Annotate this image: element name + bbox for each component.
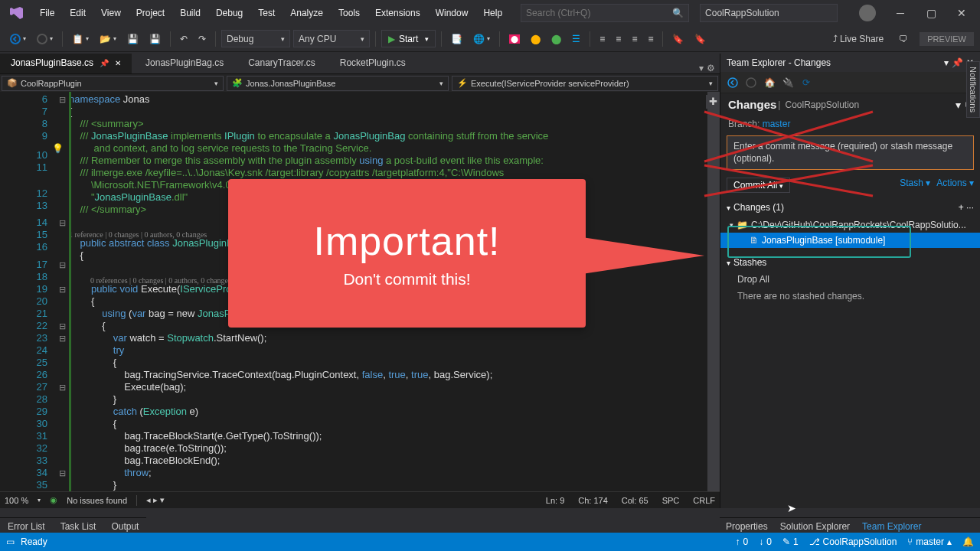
te-plug-icon[interactable]: 🔌 xyxy=(782,77,794,89)
nav-project-dropdown[interactable]: 📦 CoolRappPlugin xyxy=(2,76,224,91)
stage-all-icon[interactable]: + ··· xyxy=(959,202,974,213)
stashes-section-header[interactable]: Stashes xyxy=(720,254,980,271)
maximize-button[interactable]: ▢ xyxy=(916,2,946,24)
browser-icon[interactable]: 🌐▾ xyxy=(469,30,494,48)
cursor-line: Ln: 9 xyxy=(546,496,564,505)
menu-file[interactable]: File xyxy=(32,5,62,21)
ext-icon-3[interactable]: ⬤ xyxy=(547,30,565,48)
notifications-icon[interactable]: 🔔 xyxy=(962,536,974,547)
doc-tab[interactable]: JonasPluginBag.cs xyxy=(135,54,234,73)
nav-back-button[interactable]: ▾ xyxy=(6,30,30,48)
preview-badge: PREVIEW xyxy=(920,32,974,46)
uncomment-icon[interactable]: ≡ xyxy=(644,30,657,48)
tab-solution-explorer[interactable]: Solution Explorer xyxy=(780,521,850,532)
panel-pin-icon[interactable]: 📌 xyxy=(952,57,963,68)
solution-name-box[interactable]: CoolRappSolution xyxy=(700,4,838,22)
svg-point-0 xyxy=(11,34,20,44)
save-icon[interactable]: 💾 xyxy=(123,30,142,48)
document-tabs: JonasPluginBase.cs📌✕JonasPluginBag.csCan… xyxy=(0,54,720,73)
ext-icon-1[interactable]: ⬤ xyxy=(505,30,524,48)
menu-test[interactable]: Test xyxy=(250,5,283,21)
redo-icon[interactable]: ↷ xyxy=(194,30,210,48)
lineending-mode[interactable]: CRLF xyxy=(693,496,715,505)
issues-indicator[interactable]: No issues found xyxy=(67,496,127,505)
doc-tab[interactable]: RocketPlugin.cs xyxy=(329,54,416,73)
minimize-button[interactable]: ─ xyxy=(885,2,916,24)
doc-tab[interactable]: CanaryTracer.cs xyxy=(237,54,326,73)
tab-error-list[interactable]: Error List xyxy=(0,519,53,534)
no-stash-text: There are no stashed changes. xyxy=(720,288,980,305)
tab-config-icon[interactable]: ⚙ xyxy=(707,63,715,73)
menu-analyze[interactable]: Analyze xyxy=(283,5,331,21)
start-button[interactable]: ▶Start xyxy=(381,30,436,47)
dropdown-icon[interactable]: ▾ xyxy=(956,99,961,111)
menu-build[interactable]: Build xyxy=(172,5,208,21)
git-incoming[interactable]: ↓ 0 xyxy=(759,536,772,547)
nav-member-dropdown[interactable]: ⚡ Execute(IServiceProvider serviceProvid… xyxy=(452,76,718,91)
svg-point-1 xyxy=(38,34,47,44)
te-home-icon[interactable]: 🏠 xyxy=(763,77,776,89)
changed-file-item[interactable]: 🗎JonasPluginBase [submodule] xyxy=(720,233,980,248)
panel-dropdown-icon[interactable]: ▾ xyxy=(944,57,949,68)
liveshare-button[interactable]: ⤴ Live Share xyxy=(829,30,887,48)
status-mode-icon: ▭ xyxy=(6,536,15,547)
menu-view[interactable]: View xyxy=(93,5,129,21)
indent-icon[interactable]: ≡ xyxy=(596,30,609,48)
toolbar: ▾ ▾ 📋▾ 📂▾ 💾 💾 ↶ ↷ Debug Any CPU ▶Start 📑… xyxy=(0,26,980,52)
menu-edit[interactable]: Edit xyxy=(62,5,93,21)
indent-mode[interactable]: SPC xyxy=(662,496,680,505)
nav-class-dropdown[interactable]: 🧩 Jonas.JonasPluginBase xyxy=(227,76,449,91)
step-icon[interactable]: 📑 xyxy=(447,30,466,48)
statusbar: ▭ Ready ↑ 0 ↓ 0 ✎ 1 ⎇ CoolRappSolution ⑂… xyxy=(0,533,980,551)
search-icon: 🔍 xyxy=(672,8,684,18)
tab-overflow-icon[interactable]: ▾ xyxy=(699,63,704,73)
nav-fwd-button[interactable]: ▾ xyxy=(33,30,57,48)
feedback-icon[interactable]: 🗨 xyxy=(895,30,912,48)
tab-output[interactable]: Output xyxy=(103,519,146,534)
new-project-button[interactable]: 📋▾ xyxy=(68,30,93,48)
git-pending[interactable]: ✎ 1 xyxy=(782,536,799,547)
notifications-side-tab[interactable]: Notifications xyxy=(966,61,980,118)
menubar: FileEditViewProjectBuildDebugTestAnalyze… xyxy=(0,0,980,26)
status-ready: Ready xyxy=(21,536,47,547)
avatar[interactable] xyxy=(859,5,876,21)
drop-all-link[interactable]: Drop All xyxy=(720,271,980,288)
git-branch[interactable]: ⑂ master ▴ xyxy=(907,536,952,547)
menu-project[interactable]: Project xyxy=(129,5,172,21)
mouse-cursor-icon: ➤ xyxy=(787,502,796,514)
editor-navbar: 📦 CoolRappPlugin 🧩 Jonas.JonasPluginBase… xyxy=(0,73,720,92)
search-input[interactable] xyxy=(526,8,684,18)
menu-tools[interactable]: Tools xyxy=(331,5,368,21)
bookmark2-icon[interactable]: 🔖 xyxy=(691,30,710,48)
open-file-button[interactable]: 📂▾ xyxy=(96,30,120,48)
comment-icon[interactable]: ≡ xyxy=(628,30,641,48)
git-outgoing[interactable]: ↑ 0 xyxy=(736,536,749,547)
tab-properties[interactable]: Properties xyxy=(726,521,768,532)
tree-root[interactable]: ▾📁 C:\Dev\GitHub\CoolRappRockets\CoolRap… xyxy=(720,217,980,233)
quick-search[interactable]: 🔍 xyxy=(521,4,689,22)
tab-task-list[interactable]: Task List xyxy=(53,519,104,534)
platform-dropdown[interactable]: Any CPU xyxy=(293,30,370,47)
te-fwd-icon[interactable] xyxy=(745,77,757,89)
menu-help[interactable]: Help xyxy=(475,5,510,21)
tab-team-explorer[interactable]: Team Explorer xyxy=(862,520,921,532)
close-button[interactable]: ✕ xyxy=(946,2,977,24)
undo-icon[interactable]: ↶ xyxy=(176,30,191,48)
save-all-icon[interactable]: 💾 xyxy=(145,30,165,48)
ext-icon-4[interactable]: ☰ xyxy=(568,30,584,48)
bookmark-icon[interactable]: 🔖 xyxy=(668,30,688,48)
side-panel-tabs: Properties Solution Explorer Team Explor… xyxy=(720,517,980,534)
te-back-icon[interactable] xyxy=(727,77,739,89)
git-repo[interactable]: ⎇ CoolRappSolution xyxy=(809,536,897,547)
zoom-level[interactable]: 100 % xyxy=(5,496,28,505)
menu-extensions[interactable]: Extensions xyxy=(368,5,428,21)
doc-tab[interactable]: JonasPluginBase.cs📌✕ xyxy=(0,54,132,73)
menu-window[interactable]: Window xyxy=(428,5,476,21)
te-refresh-icon[interactable]: ⟳ xyxy=(800,77,812,89)
config-dropdown[interactable]: Debug xyxy=(221,30,290,47)
menu-debug[interactable]: Debug xyxy=(208,5,250,21)
ext-icon-2[interactable]: ⬤ xyxy=(527,30,544,48)
nav-arrows[interactable]: ◂ ▸ ▾ xyxy=(146,495,165,505)
outdent-icon[interactable]: ≡ xyxy=(612,30,625,48)
vs-logo-icon xyxy=(8,4,26,22)
